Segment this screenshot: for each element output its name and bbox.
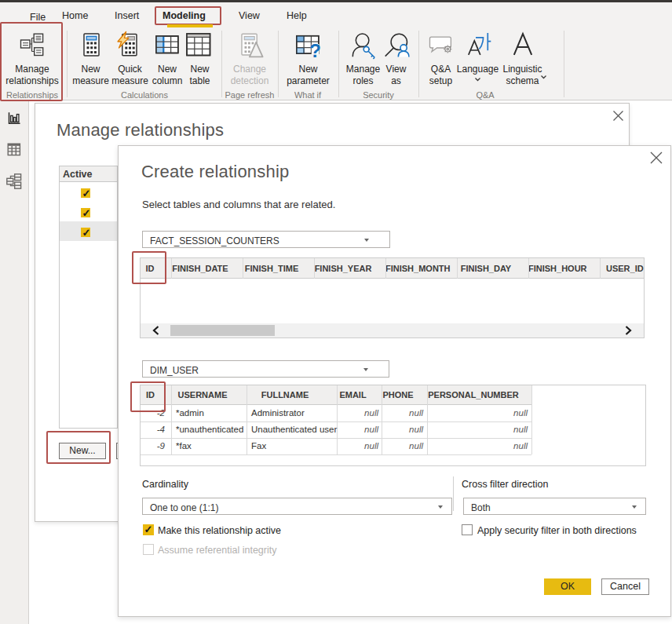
svg-text:?: ? — [309, 40, 321, 61]
